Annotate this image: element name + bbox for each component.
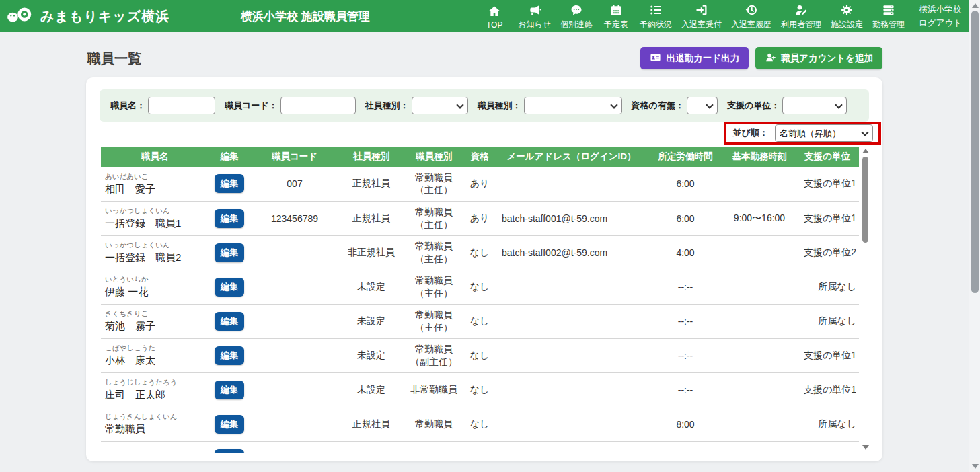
col-header-employee-type: 社員種別: [339, 147, 404, 167]
qualification-filter-select[interactable]: [687, 97, 718, 114]
email: [495, 372, 648, 407]
calendar-icon: [609, 3, 623, 17]
filter-bar: 職員名： 職員コード： 社員種別： 職員種別： 資格の有無： 支援の単位：: [100, 89, 869, 122]
export-attendance-card-button[interactable]: 出退勤カード出力: [640, 47, 749, 69]
support-unit-filter-select[interactable]: [782, 97, 847, 114]
table-scroll-down-arrow[interactable]: [862, 445, 869, 450]
nav-item-top[interactable]: TOP: [476, 3, 513, 30]
staff-table: 職員名 編集 職員コード 社員種別 職員種別 資格 メールアドレス（ログインID…: [101, 147, 859, 453]
qualification-filter-label: 資格の有無：: [632, 100, 684, 112]
nav-item-facility-settings[interactable]: 施設設定: [826, 2, 868, 30]
staff-type: 常勤職員 （主任）: [404, 270, 464, 304]
staff-code: [250, 407, 339, 441]
user-plus-icon: [765, 52, 776, 65]
page-scroll-down-arrow[interactable]: [972, 464, 979, 469]
support-unit: 支援の単位1: [796, 167, 859, 201]
qualification: なし: [464, 338, 495, 372]
nav-item-schedule[interactable]: 予定表: [597, 2, 635, 30]
employee-type: 正規社員: [339, 201, 404, 235]
edit-button[interactable]: 編集: [215, 346, 244, 365]
employee-type: [339, 441, 404, 453]
support-unit: 所属なし: [796, 270, 859, 304]
edit-button[interactable]: 編集: [215, 278, 244, 297]
logo-text: みまもりキッズ横浜: [40, 7, 169, 26]
qualification: なし: [464, 372, 495, 407]
sort-order-select[interactable]: 名前順（昇順）: [775, 124, 873, 142]
app-logo[interactable]: みまもりキッズ横浜: [0, 6, 241, 26]
employee-type: 正規社員: [339, 407, 404, 441]
id-card-icon: [650, 52, 661, 65]
edit-button[interactable]: 編集: [215, 381, 244, 399]
staff-type: 常勤職員 （主任）: [404, 304, 464, 338]
nav-item-work-management[interactable]: 勤務管理: [868, 2, 909, 30]
work-hours: --:--: [648, 372, 723, 407]
staff-furigana: じょうきんしょくいん: [105, 412, 207, 421]
nav-item-news[interactable]: お知らせ: [513, 2, 556, 30]
history-icon: [745, 3, 758, 17]
work-hours: 6:00: [648, 201, 723, 235]
comment-icon: [570, 3, 583, 17]
table-header-row: 職員名 編集 職員コード 社員種別 職員種別 資格 メールアドレス（ログインID…: [101, 147, 859, 167]
col-header-edit: 編集: [209, 147, 250, 167]
staff-type: 非常勤職員: [404, 372, 464, 407]
email: [495, 407, 648, 441]
add-staff-account-button[interactable]: 職員アカウントを追加: [755, 47, 882, 69]
user-edit-icon: [794, 3, 808, 17]
table-row: きくちきりこ 菊池 霧子 編集 未設定 常勤職員 （主任） なし --:-- 所…: [101, 304, 859, 338]
table-scrollbar-thumb[interactable]: [862, 157, 868, 243]
edit-button[interactable]: 編集: [215, 312, 244, 331]
support-unit-filter-label: 支援の単位：: [727, 100, 780, 112]
employee-type: 未設定: [339, 372, 404, 407]
support-unit: 所属なし: [796, 407, 859, 441]
table-scrollbar: [861, 147, 870, 451]
nav-item-entry-exit-reception[interactable]: 入退室受付: [677, 2, 726, 30]
sign-in-icon: [695, 3, 708, 17]
staff-name: 庄司 正太郎: [105, 388, 207, 401]
email: [495, 338, 648, 372]
staff-code-filter-input[interactable]: [280, 97, 356, 114]
employee-type: 未設定: [339, 270, 404, 304]
table-scroll-up-arrow[interactable]: [862, 149, 869, 153]
staff-furigana: いっかつしょくいん: [105, 241, 207, 249]
support-unit: 所属なし: [796, 304, 859, 338]
staff-type-filter-select[interactable]: [524, 97, 622, 114]
home-icon: [488, 5, 501, 18]
col-header-staff-code: 職員コード: [250, 147, 339, 167]
edit-button[interactable]: 編集: [215, 449, 244, 453]
page-scrollbar-thumb[interactable]: [971, 11, 979, 293]
base-shift: [723, 372, 796, 407]
nav-item-reservation-status[interactable]: 予約状況: [635, 2, 677, 30]
edit-button[interactable]: 編集: [215, 174, 244, 193]
staff-name-filter-input[interactable]: [148, 97, 215, 114]
qualification: なし: [464, 235, 495, 270]
staff-furigana: こばやしこうた: [105, 344, 207, 352]
support-unit: 支援の単位1: [796, 372, 859, 407]
qualification: [464, 441, 495, 453]
base-shift: [723, 441, 796, 453]
employee-type: 未設定: [339, 338, 404, 372]
main-content: 職員一覧 出退勤カード出力 職員アカウントを追加 職員名： 職員コード： 社員種…: [0, 32, 969, 472]
staff-code-filter-label: 職員コード：: [225, 100, 278, 112]
nav-item-entry-exit-history[interactable]: 入退室履歴: [726, 2, 776, 30]
work-hours: 6:00: [648, 167, 723, 201]
nav-item-individual-contact[interactable]: 個別連絡: [556, 2, 597, 30]
email: [495, 270, 648, 304]
nav-item-user-management[interactable]: 利用者管理: [776, 2, 826, 30]
edit-button[interactable]: 編集: [215, 243, 244, 262]
edit-button[interactable]: 編集: [215, 415, 244, 434]
col-header-staff-name: 職員名: [101, 147, 209, 167]
table-row: あいだあいこ 相田 愛子 編集 007 正規社員 常勤職員 （主任） あり 6:…: [101, 167, 859, 201]
server-icon: [882, 3, 895, 17]
page-scroll-up-arrow[interactable]: [972, 3, 979, 8]
logout-link[interactable]: ログアウト: [919, 16, 962, 30]
edit-button[interactable]: 編集: [215, 209, 244, 228]
staff-name: 小林 康太: [105, 354, 207, 367]
staff-type-filter-label: 職員種別：: [478, 100, 521, 112]
table-row: いとういちか 伊藤 一花 編集 未設定 常勤職員 （主任） なし --:-- 所…: [101, 270, 859, 304]
email: [495, 304, 648, 338]
employee-type-filter-select[interactable]: [412, 97, 468, 114]
table-row: こばやしこうた 小林 康太 編集 未設定 常勤職員 （副主任） なし --:--…: [101, 338, 859, 372]
staff-furigana: いとういちか: [105, 275, 207, 284]
main-nav: TOP お知らせ 個別連絡 予定表 予約状況 入退室受付 入退室履歴 利用者管: [476, 2, 909, 30]
work-hours: --:--: [648, 304, 723, 338]
